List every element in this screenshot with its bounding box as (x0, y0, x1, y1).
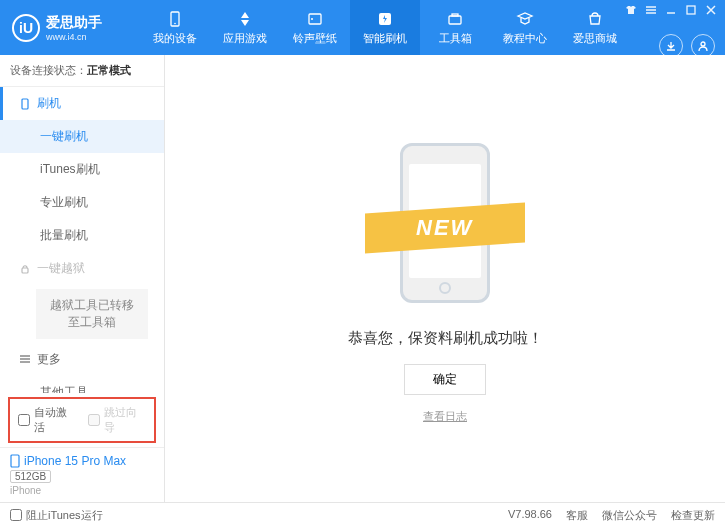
footer-link-support[interactable]: 客服 (566, 508, 588, 523)
phone-icon (10, 454, 20, 468)
menu-icon[interactable] (645, 4, 657, 16)
svg-rect-10 (22, 268, 28, 273)
connection-status: 设备连接状态：正常模式 (0, 55, 164, 87)
more-icon (19, 353, 31, 365)
sidebar-item-itunes-flash[interactable]: iTunes刷机 (0, 153, 164, 186)
main-content: NEW 恭喜您，保资料刷机成功啦！ 确定 查看日志 (165, 55, 725, 502)
svg-rect-5 (449, 16, 461, 24)
sidebar: 设备连接状态：正常模式 刷机 一键刷机 iTunes刷机 专业刷机 批量刷机 一… (0, 55, 165, 502)
tutorial-icon (515, 9, 535, 29)
skip-setup-checkbox[interactable]: 跳过向导 (88, 405, 146, 435)
nav-my-device[interactable]: 我的设备 (140, 0, 210, 55)
auto-activate-checkbox[interactable]: 自动激活 (18, 405, 76, 435)
maximize-icon[interactable] (685, 4, 697, 16)
success-message: 恭喜您，保资料刷机成功啦！ (348, 329, 543, 348)
version-label: V7.98.66 (508, 508, 552, 523)
nav-toolbox[interactable]: 工具箱 (420, 0, 490, 55)
svg-rect-11 (11, 455, 19, 467)
app-url: www.i4.cn (46, 32, 102, 42)
lock-icon (19, 263, 31, 275)
window-controls (625, 4, 717, 16)
sidebar-jailbreak-note[interactable]: 越狱工具已转移至工具箱 (36, 289, 148, 339)
device-storage: 512GB (10, 470, 51, 483)
sidebar-item-pro-flash[interactable]: 专业刷机 (0, 186, 164, 219)
ok-button[interactable]: 确定 (404, 364, 486, 395)
toolbox-icon (445, 9, 465, 29)
success-illustration: NEW (355, 133, 535, 313)
svg-point-8 (701, 42, 705, 46)
sidebar-item-onekey-flash[interactable]: 一键刷机 (0, 120, 164, 153)
user-icon[interactable] (691, 34, 715, 58)
device-icon (165, 9, 185, 29)
sidebar-group-more[interactable]: 更多 (0, 343, 164, 376)
svg-rect-9 (22, 99, 28, 109)
top-nav: 我的设备 应用游戏 铃声壁纸 智能刷机 工具箱 教程中心 爱思商城 (140, 0, 630, 55)
apps-icon (235, 9, 255, 29)
block-itunes-checkbox[interactable]: 阻止iTunes运行 (10, 508, 103, 523)
footer-link-wechat[interactable]: 微信公众号 (602, 508, 657, 523)
new-ribbon: NEW (365, 202, 525, 253)
device-type: iPhone (10, 485, 154, 496)
footer-link-update[interactable]: 检查更新 (671, 508, 715, 523)
tshirt-icon[interactable] (625, 4, 637, 16)
sidebar-item-other-tools[interactable]: 其他工具 (0, 376, 164, 393)
device-name: iPhone 15 Pro Max (10, 454, 154, 468)
flash-icon (375, 9, 395, 29)
sidebar-item-batch-flash[interactable]: 批量刷机 (0, 219, 164, 252)
svg-rect-2 (309, 14, 321, 24)
nav-shop[interactable]: 爱思商城 (560, 0, 630, 55)
header: iU 爱思助手 www.i4.cn 我的设备 应用游戏 铃声壁纸 智能刷机 工具… (0, 0, 725, 55)
nav-tutorial[interactable]: 教程中心 (490, 0, 560, 55)
sidebar-group-flash[interactable]: 刷机 (0, 87, 164, 120)
nav-apps[interactable]: 应用游戏 (210, 0, 280, 55)
app-title: 爱思助手 (46, 14, 102, 32)
svg-point-1 (174, 23, 176, 25)
view-log-link[interactable]: 查看日志 (423, 409, 467, 424)
options-highlight-box: 自动激活 跳过向导 (8, 397, 156, 443)
ringtone-icon (305, 9, 325, 29)
svg-point-3 (311, 18, 313, 20)
close-icon[interactable] (705, 4, 717, 16)
flash-group-icon (19, 98, 31, 110)
footer: 阻止iTunes运行 V7.98.66 客服 微信公众号 检查更新 (0, 502, 725, 527)
svg-rect-6 (452, 14, 458, 16)
download-icon[interactable] (659, 34, 683, 58)
sidebar-group-jailbreak: 一键越狱 (0, 252, 164, 285)
nav-flash[interactable]: 智能刷机 (350, 0, 420, 55)
device-info[interactable]: iPhone 15 Pro Max 512GB iPhone (0, 447, 164, 502)
shop-icon (585, 9, 605, 29)
minimize-icon[interactable] (665, 4, 677, 16)
nav-ringtone[interactable]: 铃声壁纸 (280, 0, 350, 55)
svg-rect-7 (687, 6, 695, 14)
logo-area: iU 爱思助手 www.i4.cn (0, 14, 140, 42)
logo-icon: iU (12, 14, 40, 42)
